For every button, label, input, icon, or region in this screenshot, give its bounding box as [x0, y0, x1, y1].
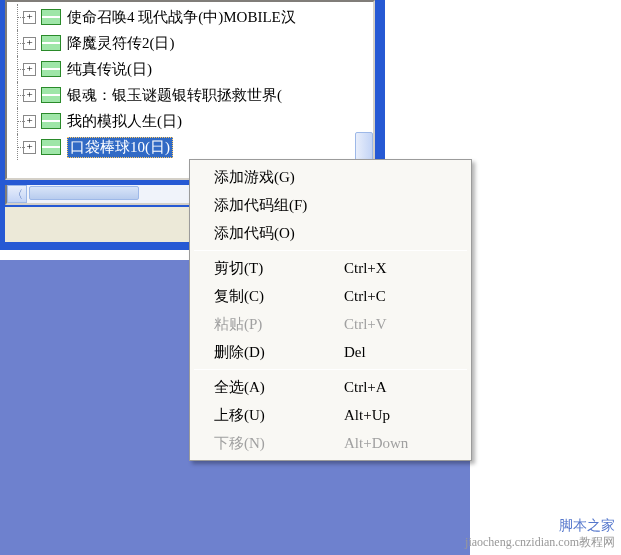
- menu-separator: [194, 369, 467, 370]
- menu-item-delete[interactable]: 删除(D)Del: [192, 338, 469, 366]
- menu-item-paste: 粘贴(P)Ctrl+V: [192, 310, 469, 338]
- tree-line-icon: [11, 134, 23, 160]
- tree-item-label[interactable]: 口袋棒球10(日): [67, 137, 173, 158]
- watermark-line2: jiaocheng.cnzidian.com教程网: [465, 535, 615, 551]
- tree-line-icon: [11, 56, 23, 82]
- scroll-left-button[interactable]: 〈: [7, 185, 27, 203]
- menu-item-label: 添加代码组(F): [214, 196, 344, 215]
- scroll-thumb-horizontal[interactable]: [29, 186, 139, 200]
- menu-item-shortcut: Ctrl+V: [344, 316, 457, 333]
- tree-item[interactable]: +口袋棒球10(日): [11, 134, 373, 160]
- watermark-line1: 脚本之家: [465, 517, 615, 535]
- menu-item-cut[interactable]: 剪切(T)Ctrl+X: [192, 254, 469, 282]
- menu-item-label: 复制(C): [214, 287, 344, 306]
- menu-item-shortcut: Alt+Up: [344, 407, 457, 424]
- menu-item-label: 全选(A): [214, 378, 344, 397]
- tree-item[interactable]: +使命召唤4 现代战争(中)MOBILE汉: [11, 4, 373, 30]
- tree-item-label[interactable]: 纯真传说(日): [67, 60, 152, 79]
- menu-item-label: 删除(D): [214, 343, 344, 362]
- menu-item-label: 粘贴(P): [214, 315, 344, 334]
- menu-item-select-all[interactable]: 全选(A)Ctrl+A: [192, 373, 469, 401]
- tree-item-label[interactable]: 使命召唤4 现代战争(中)MOBILE汉: [67, 8, 296, 27]
- tree-view[interactable]: +使命召唤4 现代战争(中)MOBILE汉+降魔灵符传2(日)+纯真传说(日)+…: [7, 2, 373, 160]
- tree-item[interactable]: +我的模拟人生(日): [11, 108, 373, 134]
- tree-line-icon: [11, 82, 23, 108]
- tree-item-label[interactable]: 银魂：银玉谜题银转职拯救世界(: [67, 86, 282, 105]
- game-icon: [41, 9, 61, 25]
- game-icon: [41, 35, 61, 51]
- menu-item-shortcut: Del: [344, 344, 457, 361]
- menu-separator: [194, 250, 467, 251]
- game-icon: [41, 113, 61, 129]
- menu-item-shortcut: Ctrl+C: [344, 288, 457, 305]
- tree-line-icon: [11, 4, 23, 30]
- menu-item-shortcut: Ctrl+X: [344, 260, 457, 277]
- menu-item-label: 添加游戏(G): [214, 168, 344, 187]
- tree-line-icon: [11, 108, 23, 134]
- menu-item-add-game[interactable]: 添加游戏(G): [192, 163, 469, 191]
- tree-item[interactable]: +降魔灵符传2(日): [11, 30, 373, 56]
- menu-item-add-code[interactable]: 添加代码(O): [192, 219, 469, 247]
- menu-item-label: 下移(N): [214, 434, 344, 453]
- menu-item-copy[interactable]: 复制(C)Ctrl+C: [192, 282, 469, 310]
- game-icon: [41, 87, 61, 103]
- game-icon: [41, 61, 61, 77]
- menu-item-add-code-group[interactable]: 添加代码组(F): [192, 191, 469, 219]
- menu-item-label: 剪切(T): [214, 259, 344, 278]
- game-icon: [41, 139, 61, 155]
- tree-panel: +使命召唤4 现代战争(中)MOBILE汉+降魔灵符传2(日)+纯真传说(日)+…: [5, 0, 375, 180]
- tree-item[interactable]: +银魂：银玉谜题银转职拯救世界(: [11, 82, 373, 108]
- tree-item[interactable]: +纯真传说(日): [11, 56, 373, 82]
- menu-item-shortcut: Alt+Down: [344, 435, 457, 452]
- menu-item-label: 添加代码(O): [214, 224, 344, 243]
- menu-item-move-up[interactable]: 上移(U)Alt+Up: [192, 401, 469, 429]
- watermark: 脚本之家 jiaocheng.cnzidian.com教程网: [465, 517, 615, 551]
- menu-item-shortcut: Ctrl+A: [344, 379, 457, 396]
- tree-line-icon: [11, 30, 23, 56]
- menu-item-label: 上移(U): [214, 406, 344, 425]
- tree-item-label[interactable]: 降魔灵符传2(日): [67, 34, 175, 53]
- menu-item-move-down: 下移(N)Alt+Down: [192, 429, 469, 457]
- context-menu: 添加游戏(G)添加代码组(F)添加代码(O)剪切(T)Ctrl+X复制(C)Ct…: [189, 159, 472, 461]
- tree-item-label[interactable]: 我的模拟人生(日): [67, 112, 182, 131]
